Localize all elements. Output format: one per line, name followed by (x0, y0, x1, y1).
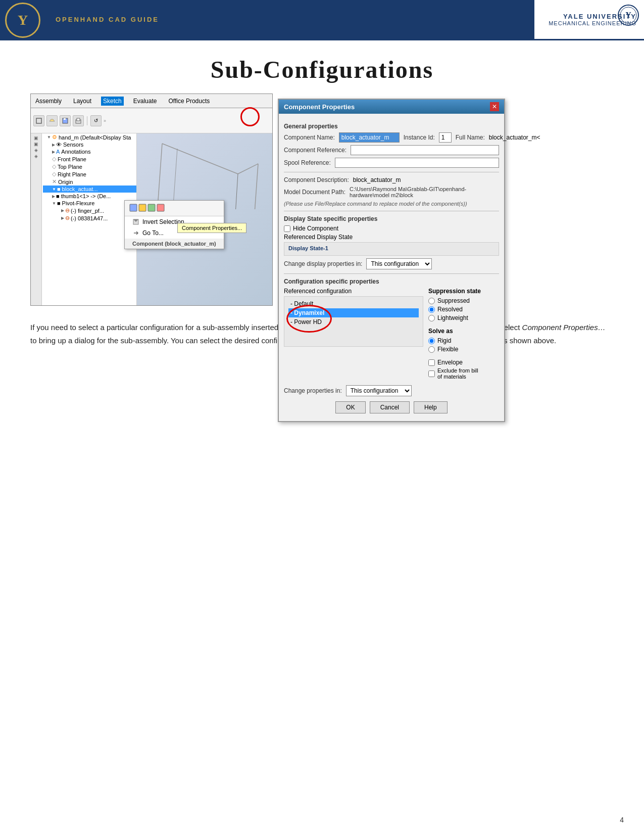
tree-origin[interactable]: ✕ Origin (43, 178, 136, 186)
spool-reference-row: Spool Reference: (284, 158, 499, 168)
exclude-row: Exclude from billof materials (428, 367, 499, 380)
cad-drawing (137, 133, 273, 209)
yale-seal-icon: Y (617, 4, 640, 27)
flexible-radio[interactable] (428, 346, 435, 353)
config-default[interactable]: - Default (288, 299, 419, 308)
resolved-radio[interactable] (428, 306, 435, 313)
invert-selection-icon (132, 218, 139, 225)
model-doc-path-row: Model Document Path: C:\Users\Raymond Ma… (284, 186, 499, 198)
config-dynamixel-label: - Dynamixel (290, 309, 324, 316)
tree-content: ▼ ⚙ hand_m (Default<Display Sta ▶ 👁 Sens… (43, 133, 136, 222)
tree-finger-pf[interactable]: ▶ ⊖ (-) finger_pf... (43, 207, 136, 214)
tree-root-item[interactable]: ▼ ⚙ hand_m (Default<Display Sta (43, 133, 136, 141)
model-doc-value: C:\Users\Raymond Ma\Grablab-GIT\openhand… (350, 186, 499, 198)
tree-top-plane-label: Top Plane (58, 164, 82, 170)
model-doc-label: Model Document Path: (284, 189, 345, 196)
tree-pivot-flexure[interactable]: ▼ ■ Pivot-Flexure (43, 200, 136, 207)
menu-office[interactable]: Office Products (166, 97, 212, 106)
svg-text:Y: Y (625, 11, 631, 19)
component-properties-dialog: Component Properties ✕ General propertie… (278, 99, 505, 422)
ok-button[interactable]: OK (335, 401, 365, 413)
tree-front-plane-label: Front Plane (58, 156, 86, 162)
dialog-title: Component Properties (284, 103, 355, 111)
tree-annotations[interactable]: ▶ A Annotations (43, 148, 136, 155)
tree-sensors-label: Sensors (63, 142, 83, 148)
envelope-row: Envelope (428, 359, 499, 366)
menu-assembly[interactable]: Assembly (33, 97, 64, 106)
comp-desc-value: block_actuator_m (353, 176, 401, 183)
page-title-text: Sub-Configurations (211, 56, 433, 83)
envelope-section: Envelope Exclude from billof materials (428, 359, 499, 380)
tree-08381A47[interactable]: ▶ ⊖ (-) 08381A47... (43, 214, 136, 222)
tree-front-plane[interactable]: ◇ Front Plane (43, 155, 136, 163)
suppression-col: Suppression state Suppressed Resolved (428, 288, 499, 381)
dialog-close-button[interactable]: ✕ (490, 102, 499, 111)
menu-layout[interactable]: Layout (71, 97, 93, 106)
svg-line-14 (162, 144, 238, 174)
suppressed-radio[interactable] (428, 298, 435, 304)
context-goto-label: Go To... (142, 229, 164, 237)
tree-sensors[interactable]: ▶ 👁 Sensors (43, 141, 136, 148)
envelope-label: Envelope (437, 359, 463, 366)
component-reference-row: Component Reference: (284, 145, 499, 155)
menu-sketch[interactable]: Sketch (101, 97, 124, 106)
config-power-hd[interactable]: - Power HD (288, 317, 419, 327)
hide-component-row: Hide Component (284, 225, 499, 232)
svg-rect-23 (148, 204, 155, 211)
menu-evaluate[interactable]: Evaluate (131, 97, 159, 106)
tree-top-plane[interactable]: ◇ Top Plane (43, 163, 136, 170)
toolbar-undo-btn[interactable]: ↺ (90, 115, 102, 126)
tree-finger-pf-label: (-) finger_pf... (71, 208, 104, 214)
component-properties-tooltip: Component Properties... (177, 223, 246, 233)
sw-toolbar: ↺ » (31, 108, 272, 133)
component-name-input[interactable] (339, 132, 400, 143)
component-name-label: Component Name: (284, 134, 335, 141)
dialog-body: General properties Component Name: Insta… (279, 114, 504, 421)
rigid-label: Rigid (437, 337, 451, 344)
tree-thumb1[interactable]: ▶ ■ thumb1<1> -> (De... (43, 193, 136, 200)
comp-desc-label: Component Description: (284, 176, 349, 183)
suppression-state-label: Suppression state (428, 288, 499, 295)
toolbar-open-btn[interactable] (46, 115, 58, 126)
general-properties-label: General properties (284, 123, 499, 130)
full-name-label: Full Name: (456, 134, 485, 141)
change-properties-select[interactable]: This configuration (346, 385, 412, 396)
hide-component-checkbox[interactable] (284, 225, 290, 232)
suppression-radio-group: Suppressed Resolved Lightweight (428, 297, 499, 321)
solidworks-panel: Assembly Layout Sketch Evaluate Office P… (30, 94, 273, 306)
lightweight-row: Lightweight (428, 314, 499, 321)
toolbar-separator-1 (87, 116, 87, 125)
display-state-box: Display State-1 (284, 242, 499, 256)
component-name-row: Component Name: Instance Id: Full Name: … (284, 132, 499, 143)
help-button[interactable]: Help (414, 401, 448, 413)
tree-block-actuator[interactable]: ▼ ■ block_actuat... (43, 186, 136, 193)
description-italic: Component Properties… (522, 323, 606, 332)
toolbar-save-btn[interactable] (60, 115, 71, 126)
screenshot-container: Assembly Layout Sketch Evaluate Office P… (30, 94, 614, 306)
svg-rect-22 (139, 204, 146, 211)
change-display-row: Change display properties in: This confi… (284, 258, 499, 269)
svg-rect-3 (36, 118, 41, 123)
component-description-row: Component Description: block_actuator_m (284, 176, 499, 183)
resolved-label: Resolved (437, 306, 463, 313)
config-dynamixel[interactable]: - Dynamixel (288, 308, 419, 317)
toolbar-new-btn[interactable] (33, 115, 44, 126)
config-power-hd-label: - Power HD (290, 318, 322, 326)
cancel-button[interactable]: Cancel (370, 401, 410, 413)
toolbar-print-btn[interactable] (73, 115, 84, 126)
component-reference-input[interactable] (351, 145, 499, 155)
lightweight-radio[interactable] (428, 315, 435, 321)
svg-line-17 (157, 144, 162, 209)
envelope-checkbox[interactable] (428, 359, 435, 366)
referenced-display-state-label: Referenced Display State (284, 234, 499, 241)
page-title-section: Sub-Configurations (0, 40, 644, 94)
rigid-radio[interactable] (428, 338, 435, 344)
exclude-checkbox[interactable] (428, 370, 435, 377)
change-display-select[interactable]: This configuration (366, 258, 432, 269)
tree-right-plane[interactable]: ◇ Right Plane (43, 170, 136, 178)
spool-reference-input[interactable] (335, 158, 499, 168)
tree-08381A47-label: (-) 08381A47... (71, 215, 108, 221)
divider-1 (284, 172, 499, 172)
instance-id-input[interactable] (439, 132, 452, 143)
change-properties-row: Change properties in: This configuration (284, 385, 499, 396)
